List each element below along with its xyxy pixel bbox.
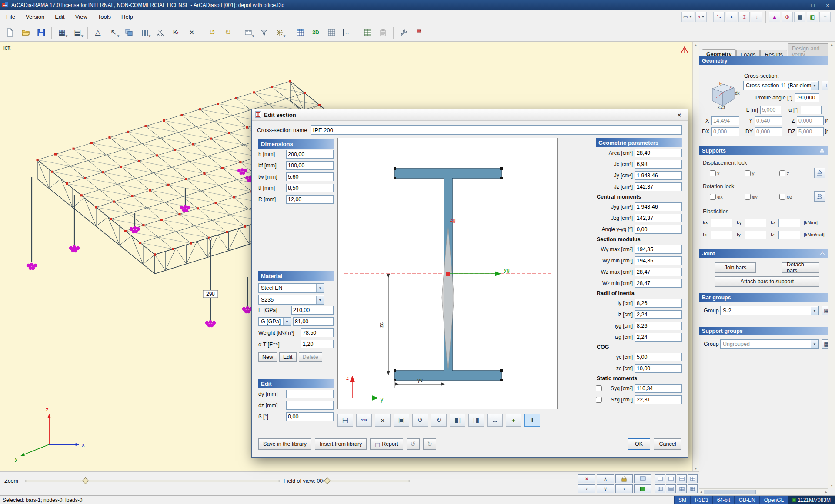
bar-tool-dropdown[interactable]: ▼ <box>137 26 152 40</box>
kz-input[interactable] <box>778 219 800 227</box>
edit-beta-input[interactable] <box>286 412 334 421</box>
move-contour-button[interactable]: ↔ <box>487 414 503 427</box>
results-table-button[interactable] <box>360 26 375 40</box>
param-wzmin-input[interactable] <box>635 279 682 288</box>
param-jx-input[interactable] <box>635 160 682 169</box>
material-e-input[interactable] <box>291 306 334 315</box>
section-type-ibeam-button[interactable]: I <box>524 414 540 427</box>
alpha-input[interactable] <box>801 106 822 114</box>
rotation-support-button[interactable] <box>814 191 825 202</box>
scroll-right-icon[interactable]: ▸ <box>825 490 827 494</box>
delete-button[interactable]: × <box>184 26 199 40</box>
panel-vertical-scrollbar[interactable]: ▴▾ <box>828 42 835 488</box>
select-tool-dropdown[interactable]: ↖▼ <box>106 26 121 40</box>
scroll-left-icon[interactable]: ◂ <box>700 490 702 494</box>
cut-tool-button[interactable] <box>153 26 168 40</box>
ucs-icon[interactable] <box>680 46 689 56</box>
delete-contour-button[interactable]: × <box>375 414 391 427</box>
scroll-up-icon[interactable]: ▴ <box>831 43 832 46</box>
frame-generator-button[interactable]: △ <box>90 26 105 40</box>
param-wymax-input[interactable] <box>635 245 682 254</box>
param-angle-input[interactable] <box>635 225 682 234</box>
page-setup-button[interactable] <box>412 26 427 40</box>
view-settings-dropdown[interactable]: ▭▼ <box>681 12 694 22</box>
param-izg-input[interactable] <box>635 333 682 342</box>
rotate-cw-button[interactable]: ↻ <box>431 414 447 427</box>
dim-tw-input[interactable] <box>286 172 334 181</box>
move-tool-button[interactable] <box>122 26 137 40</box>
view-grid-3-button[interactable] <box>677 484 687 493</box>
layout-split-v-button[interactable] <box>666 474 676 483</box>
param-jy-input[interactable] <box>635 171 682 180</box>
scroll-down-icon[interactable]: ▾ <box>831 484 832 487</box>
supports-settings-icon[interactable] <box>818 148 825 154</box>
material-grade-dropdown[interactable]: S235▼ <box>258 295 324 305</box>
redo-button[interactable]: ↻ <box>220 26 235 40</box>
zoom-window-button[interactable]: × <box>578 474 595 483</box>
pan-up-button[interactable]: ∧ <box>597 474 614 483</box>
close-button[interactable]: × <box>820 0 835 10</box>
data-tables-dropdown[interactable]: ▦▼ <box>54 26 69 40</box>
workspace-settings-button[interactable]: ≡ <box>819 12 831 22</box>
lock-view-button[interactable] <box>615 474 633 483</box>
param-szg-input[interactable] <box>635 395 682 404</box>
param-jyg-input[interactable] <box>635 202 682 211</box>
kx-input[interactable] <box>711 219 732 227</box>
rotation-lock-x[interactable]: φx <box>710 193 723 200</box>
report-button[interactable]: ▤Report <box>370 438 403 450</box>
undo-button[interactable]: ↺ <box>205 26 220 40</box>
table-view-button[interactable] <box>293 26 307 40</box>
join-bars-button[interactable]: Join bars <box>715 262 756 273</box>
material-edit-button[interactable]: Edit <box>279 352 297 362</box>
panel-horizontal-scrollbar[interactable]: ◂▸ <box>699 488 828 495</box>
menu-tools[interactable]: Tools <box>93 11 116 22</box>
detach-bars-button[interactable]: Detach bars <box>782 262 819 273</box>
mirror-y-button[interactable]: ◧ <box>450 414 465 427</box>
support-symbol-toggle[interactable]: ▲ <box>769 12 780 22</box>
layout-split-h-button[interactable] <box>677 474 687 483</box>
dim-r-input[interactable] <box>286 195 334 204</box>
new-project-button[interactable] <box>3 26 17 40</box>
displacement-support-button[interactable] <box>814 168 825 178</box>
attach-bars-to-support-button[interactable]: Attach bars to support <box>715 276 819 287</box>
copy-contour-button[interactable]: ▣ <box>394 414 409 427</box>
dimension-tool-button[interactable]: ↔ <box>340 26 354 40</box>
node-tool-button[interactable]: K▸ <box>169 26 184 40</box>
bar-description-toggle[interactable]: 1▪ <box>713 12 725 22</box>
node-description-toggle[interactable]: ● <box>726 12 737 22</box>
section-preview-area[interactable]: yg zg zc yc z y <box>337 138 558 409</box>
menu-version[interactable]: Version <box>20 11 50 22</box>
dim-tf-input[interactable] <box>286 184 334 192</box>
param-jzg-input[interactable] <box>635 214 682 222</box>
render-toggle-button[interactable] <box>634 484 651 493</box>
open-project-button[interactable] <box>18 26 33 40</box>
cross-section-name-input[interactable] <box>311 125 682 135</box>
full-view-button[interactable] <box>634 474 651 483</box>
menu-edit[interactable]: Edit <box>50 11 70 22</box>
fx-input[interactable] <box>711 231 732 239</box>
param-iyg-input[interactable] <box>635 322 682 330</box>
layout-quad-button[interactable] <box>688 474 698 483</box>
param-iz-input[interactable] <box>635 310 682 319</box>
rotation-lock-z[interactable]: φz <box>779 193 792 200</box>
mesh-view-button[interactable] <box>324 26 339 40</box>
material-standard-dropdown[interactable]: Steel EN▼ <box>258 283 324 293</box>
displacement-lock-x[interactable]: x <box>710 169 720 176</box>
dialog-titlebar[interactable]: Edit section × <box>252 109 688 121</box>
selection-mode-dropdown[interactable]: ×▼ <box>695 12 707 22</box>
material-new-button[interactable]: New <box>258 352 277 362</box>
canvas-vertical-scrollbar[interactable]: ▴▾ <box>692 42 699 471</box>
bar-group-dropdown[interactable]: S-2▼ <box>720 306 819 315</box>
mirror-z-button[interactable]: ◨ <box>468 414 484 427</box>
pan-left-button[interactable]: ‹ <box>578 484 595 493</box>
status-badge-sm[interactable]: SM <box>674 496 691 504</box>
material-alphat-input[interactable] <box>301 340 334 348</box>
view-grid-2-button[interactable] <box>666 484 676 493</box>
import-dxf-button[interactable]: DXF <box>356 414 372 427</box>
load-symbol-toggle[interactable]: ↓ <box>751 12 762 22</box>
scroll-up-icon[interactable]: ▴ <box>695 43 697 47</box>
param-yc-input[interactable] <box>635 353 682 361</box>
view-grid-1-button[interactable] <box>655 484 665 493</box>
param-iy-input[interactable] <box>635 299 682 308</box>
param-wzmax-input[interactable] <box>635 268 682 276</box>
